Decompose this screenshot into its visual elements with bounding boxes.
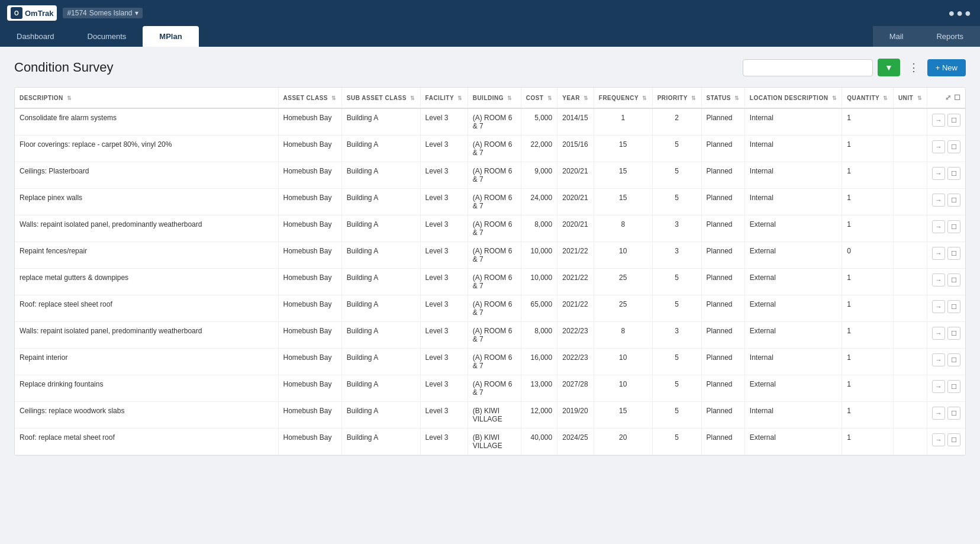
cell-frequency: 15 — [594, 136, 652, 162]
cell-sub_asset_class: Building A — [341, 295, 420, 322]
cell-cost: 8,000 — [521, 215, 557, 242]
table-row: Ceilings: PlasterboardHomebush BayBuildi… — [15, 162, 965, 189]
row-select-checkbox[interactable]: ☐ — [947, 300, 960, 313]
row-select-checkbox[interactable]: ☐ — [947, 273, 960, 287]
main-content: Condition Survey 🔍 ▼ ⋮ + New DESCRIPTION… — [0, 47, 980, 539]
select-all-checkbox[interactable]: ☐ — [954, 94, 961, 102]
cell-frequency: 15 — [594, 189, 652, 215]
row-select-checkbox[interactable]: ☐ — [947, 380, 960, 393]
cell-priority: 5 — [652, 189, 701, 215]
cell-asset_class: Homebush Bay — [278, 429, 341, 455]
cell-asset_class: Homebush Bay — [278, 375, 341, 402]
row-select-checkbox[interactable]: ☐ — [947, 353, 960, 366]
cell-asset_class: Homebush Bay — [278, 322, 341, 349]
row-edit-button[interactable]: → — [932, 194, 945, 207]
tab-mail[interactable]: Mail — [873, 26, 920, 47]
th-location-description[interactable]: LOCATION DESCRIPTION ⇅ — [744, 88, 842, 108]
th-description[interactable]: DESCRIPTION ⇅ — [15, 88, 278, 108]
row-edit-button[interactable]: → — [932, 380, 945, 393]
table-row: Consolidate fire alarm systemsHomebush B… — [15, 108, 965, 136]
row-edit-button[interactable]: → — [932, 433, 945, 446]
cell-actions: → ☐ — [927, 242, 966, 269]
cell-frequency: 25 — [594, 269, 652, 295]
cell-status: Planned — [701, 108, 744, 136]
cell-description: Consolidate fire alarm systems — [15, 108, 278, 136]
th-frequency[interactable]: FREQUENCY ⇅ — [594, 88, 652, 108]
tab-reports[interactable]: Reports — [920, 26, 980, 47]
page-title: Condition Survey — [14, 60, 114, 75]
search-input[interactable] — [743, 59, 873, 76]
sort-year-icon: ⇅ — [584, 95, 589, 101]
row-edit-button[interactable]: → — [932, 273, 945, 287]
cell-asset_class: Homebush Bay — [278, 215, 341, 242]
table-row: Replace pinex wallsHomebush BayBuilding … — [15, 189, 965, 215]
more-options[interactable]: ●●● — [948, 7, 973, 20]
tab-dashboard[interactable]: Dashboard — [0, 26, 71, 47]
tab-mplan[interactable]: MPlan — [143, 26, 198, 47]
cell-priority: 3 — [652, 322, 701, 349]
cell-unit — [893, 429, 927, 455]
th-priority[interactable]: PRIORITY ⇅ — [652, 88, 701, 108]
row-edit-button[interactable]: → — [932, 327, 945, 340]
logo-text: OmTrak — [25, 9, 53, 18]
cell-sub_asset_class: Building A — [341, 242, 420, 269]
th-quantity[interactable]: QUANTITY ⇅ — [842, 88, 894, 108]
row-select-checkbox[interactable]: ☐ — [947, 140, 960, 153]
cell-cost: 10,000 — [521, 242, 557, 269]
expand-all-icon[interactable]: ⤢ — [945, 94, 952, 102]
filter-button[interactable]: ▼ — [878, 59, 900, 76]
row-select-checkbox[interactable]: ☐ — [947, 433, 960, 446]
row-select-checkbox[interactable]: ☐ — [947, 220, 960, 233]
th-status[interactable]: STATUS ⇅ — [701, 88, 744, 108]
cell-cost: 65,000 — [521, 295, 557, 322]
logo[interactable]: O OmTrak — [7, 5, 57, 21]
table-row: Roof: replace metal sheet roofHomebush B… — [15, 429, 965, 455]
row-edit-button[interactable]: → — [932, 167, 945, 180]
th-unit[interactable]: UNIT ⇅ — [893, 88, 927, 108]
cell-description: Repaint fences/repair — [15, 242, 278, 269]
cell-cost: 16,000 — [521, 349, 557, 375]
row-edit-button[interactable]: → — [932, 220, 945, 233]
th-expand: ⤢ ☐ — [927, 88, 966, 108]
row-edit-button[interactable]: → — [932, 300, 945, 313]
row-select-checkbox[interactable]: ☐ — [947, 194, 960, 207]
th-facility[interactable]: FACILITY ⇅ — [420, 88, 468, 108]
th-asset-class[interactable]: ASSET CLASS ⇅ — [278, 88, 341, 108]
row-select-checkbox[interactable]: ☐ — [947, 327, 960, 340]
tab-documents[interactable]: Documents — [71, 26, 143, 47]
dropdown-icon: ▾ — [135, 9, 138, 17]
condition-survey-table: DESCRIPTION ⇅ ASSET CLASS ⇅ SUB ASSET CL… — [15, 88, 965, 455]
th-building[interactable]: BUILDING ⇅ — [468, 88, 521, 108]
cell-year: 2020/21 — [557, 162, 594, 189]
row-edit-button[interactable]: → — [932, 140, 945, 153]
row-edit-button[interactable]: → — [932, 114, 945, 127]
sort-sub-icon: ⇅ — [410, 95, 415, 101]
cell-year: 2020/21 — [557, 189, 594, 215]
cell-frequency: 8 — [594, 215, 652, 242]
th-cost[interactable]: COST ⇅ — [521, 88, 557, 108]
new-button[interactable]: + New — [927, 59, 966, 76]
cell-year: 2024/25 — [557, 429, 594, 455]
more-menu-button[interactable]: ⋮ — [905, 59, 923, 76]
cell-facility: Level 3 — [420, 295, 468, 322]
row-select-checkbox[interactable]: ☐ — [947, 114, 960, 127]
cell-unit — [893, 375, 927, 402]
cell-priority: 5 — [652, 402, 701, 429]
cell-asset_class: Homebush Bay — [278, 108, 341, 136]
logo-icon: O — [11, 7, 22, 19]
row-select-checkbox[interactable]: ☐ — [947, 247, 960, 260]
filter-icon: ▼ — [885, 63, 893, 72]
th-sub-asset-class[interactable]: SUB ASSET CLASS ⇅ — [341, 88, 420, 108]
cell-cost: 8,000 — [521, 322, 557, 349]
cell-sub_asset_class: Building A — [341, 108, 420, 136]
row-edit-button[interactable]: → — [932, 407, 945, 420]
row-select-checkbox[interactable]: ☐ — [947, 407, 960, 420]
project-badge[interactable]: #1574 Somes Island ▾ — [63, 8, 142, 18]
row-edit-button[interactable]: → — [932, 353, 945, 366]
th-year[interactable]: YEAR ⇅ — [557, 88, 594, 108]
cell-asset_class: Homebush Bay — [278, 189, 341, 215]
table-row: Walls: repaint isolated panel, predomina… — [15, 215, 965, 242]
sort-unit-icon: ⇅ — [917, 95, 923, 101]
row-edit-button[interactable]: → — [932, 247, 945, 260]
row-select-checkbox[interactable]: ☐ — [947, 167, 960, 180]
